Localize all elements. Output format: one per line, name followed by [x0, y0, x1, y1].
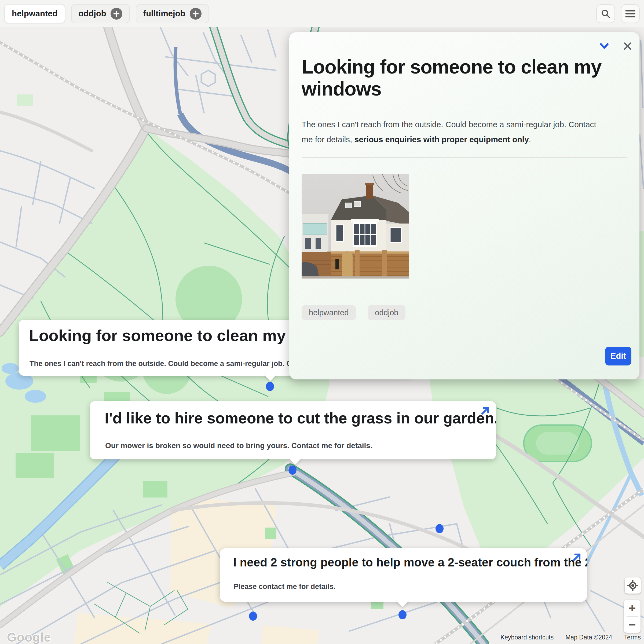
map-marker[interactable]: [266, 382, 274, 391]
filter-chip-label: helpwanted: [12, 9, 58, 19]
crosshair-icon: [627, 580, 638, 591]
post-title: Looking for someone to clean my windows: [302, 56, 621, 100]
map-marker[interactable]: [398, 610, 407, 619]
popup-title: Looking for someone to clean my wi: [29, 326, 307, 345]
description-bold-text: serious enquiries with proper equipment …: [354, 135, 529, 144]
popup-title: I'd like to hire someone to cut the gras…: [105, 409, 496, 427]
panel-divider: [302, 157, 627, 158]
edit-post-button[interactable]: Edit: [605, 347, 631, 365]
app-window: Google Keyboard shortcuts Map Data ©2024…: [0, 0, 644, 644]
top-filter-bar: helpwanted oddjob fulltimejob: [0, 0, 644, 27]
filter-chip-label: oddjob: [79, 9, 106, 19]
filter-chip-fulltimejob[interactable]: fulltimejob: [136, 4, 209, 23]
post-tags: helpwanted oddjob: [302, 305, 405, 320]
search-button[interactable]: [596, 4, 615, 23]
zoom-out-button[interactable]: −: [624, 617, 641, 633]
description-text-end: .: [529, 135, 531, 144]
my-location-button[interactable]: [625, 577, 641, 594]
popup-description: The ones I can't reach from the outside.…: [30, 360, 296, 368]
popup-title: I need 2 strong people to help move a 2-…: [233, 556, 587, 569]
map-attribution: Keyboard shortcuts Map Data ©2024 Terms: [500, 634, 641, 641]
google-logo[interactable]: Google: [7, 630, 51, 644]
map-marker[interactable]: [288, 466, 297, 475]
filter-chip-helpwanted[interactable]: helpwanted: [4, 4, 65, 23]
post-description: The ones I can't reach from the outside.…: [302, 117, 603, 147]
post-popup-cut-grass[interactable]: I'd like to hire someone to cut the gras…: [90, 401, 496, 459]
chevron-down-icon: [599, 42, 610, 50]
popup-description: Please contact me for details.: [234, 583, 336, 591]
open-post-arrow-icon[interactable]: [479, 405, 491, 417]
keyboard-shortcuts-link[interactable]: Keyboard shortcuts: [500, 634, 554, 641]
zoom-in-button[interactable]: +: [624, 600, 641, 616]
tag-chip-oddjob: oddjob: [368, 305, 405, 320]
zoom-control: + −: [624, 600, 641, 633]
terms-link[interactable]: Terms: [624, 634, 641, 641]
panel-divider: [302, 333, 627, 333]
menu-button[interactable]: [621, 4, 640, 23]
filter-chip-oddjob[interactable]: oddjob: [71, 4, 130, 23]
close-panel-button[interactable]: [620, 38, 636, 54]
filter-chip-label: fulltimejob: [143, 9, 185, 19]
search-icon: [600, 8, 611, 19]
map-marker[interactable]: [249, 612, 257, 621]
popup-description: Our mower is broken so would need to bri…: [105, 441, 372, 450]
post-photo-house: [302, 174, 409, 279]
map-marker[interactable]: [436, 524, 444, 533]
map-copyright: Map Data ©2024: [565, 634, 612, 641]
topbar-actions: [596, 4, 644, 23]
hamburger-icon: [625, 9, 636, 18]
open-post-arrow-icon[interactable]: [571, 551, 583, 563]
add-tag-icon[interactable]: [111, 8, 122, 20]
post-detail-panel: Looking for someone to clean my windows …: [289, 32, 639, 379]
add-tag-icon[interactable]: [190, 8, 202, 20]
post-popup-move-couch[interactable]: I need 2 strong people to help move a 2-…: [220, 548, 587, 602]
tag-chip-helpwanted: helpwanted: [302, 305, 356, 320]
close-icon: [623, 41, 633, 51]
collapse-panel-button[interactable]: [596, 38, 612, 54]
